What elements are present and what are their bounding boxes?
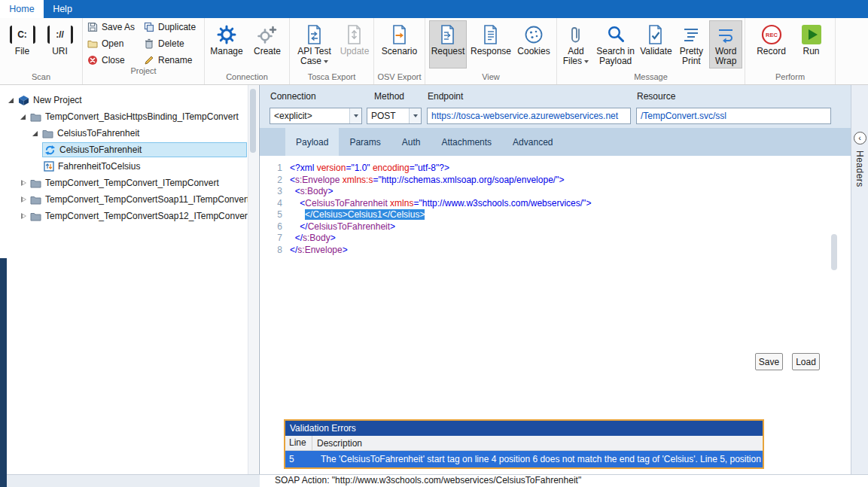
validation-table-header: Line Description bbox=[285, 436, 763, 451]
expander-icon[interactable] bbox=[18, 211, 29, 221]
expander-icon[interactable] bbox=[18, 178, 29, 188]
expander-icon[interactable] bbox=[30, 128, 41, 138]
editor-scrollbar[interactable] bbox=[831, 234, 837, 270]
code-line[interactable]: 5 </Celsius>Celsius1</Celsius> bbox=[260, 209, 851, 221]
tree-item-label: TempConvert_BasicHttpsBinding_ITempConve… bbox=[45, 111, 239, 122]
endpoint-label: Endpoint bbox=[428, 91, 463, 102]
code-text: <CelsiusToFahrenheit xmlns="http://www.w… bbox=[290, 198, 591, 210]
tree-item-binding-soap12[interactable]: TempConvert_TempConvertSoap12_ITempConve… bbox=[0, 208, 259, 224]
tab-help[interactable]: Help bbox=[44, 0, 81, 18]
run-label: Run bbox=[803, 47, 819, 56]
line-number: 1 bbox=[260, 163, 290, 175]
view-request-button[interactable]: Request bbox=[429, 20, 467, 68]
ribbon-group-view: Request Response Cookies View bbox=[425, 18, 557, 84]
ribbon-group-tosca-export: API Test Case Update Tosca Export bbox=[290, 18, 374, 84]
run-button[interactable]: Run bbox=[796, 20, 827, 68]
collapsed-left-rail[interactable] bbox=[0, 258, 7, 487]
save-as-icon bbox=[87, 22, 98, 32]
tab-auth[interactable]: Auth bbox=[391, 128, 431, 156]
column-header-line[interactable]: Line bbox=[285, 436, 312, 450]
view-response-label: Response bbox=[471, 47, 511, 56]
soap-action-text: SOAP Action: "http://www.w3schools.com/w… bbox=[275, 475, 581, 485]
tab-home[interactable]: Home bbox=[0, 0, 44, 18]
save-button[interactable]: Save bbox=[755, 353, 783, 370]
line-number: 4 bbox=[260, 198, 290, 210]
search-in-payload-button[interactable]: Search in Payload bbox=[594, 20, 638, 68]
statusbar-left bbox=[0, 474, 260, 487]
tab-payload[interactable]: Payload bbox=[285, 128, 339, 156]
load-button[interactable]: Load bbox=[792, 353, 820, 370]
delete-button[interactable]: Delete bbox=[144, 38, 196, 49]
code-line[interactable]: 8</s:Envelope> bbox=[260, 245, 851, 257]
record-button[interactable]: REC Record bbox=[754, 20, 790, 68]
method-select[interactable]: POST bbox=[367, 108, 422, 124]
tree-item-binding-soap11[interactable]: TempConvert_TempConvertSoap11_ITempConve… bbox=[0, 191, 259, 208]
endpoint-input[interactable]: https://tosca-webservice.azurewebservice… bbox=[427, 108, 631, 124]
code-line[interactable]: 3 <s:Body> bbox=[260, 186, 851, 198]
expand-headers-button[interactable] bbox=[854, 132, 866, 145]
uri-scan-icon: :// bbox=[47, 26, 73, 44]
view-response-button[interactable]: Response bbox=[470, 20, 512, 68]
endpoint-value: https://tosca-webservice.azurewebservice… bbox=[431, 111, 618, 121]
search-in-payload-label: Search in Payload bbox=[596, 47, 635, 66]
column-header-description[interactable]: Description bbox=[312, 438, 763, 449]
duplicate-button[interactable]: Duplicate bbox=[144, 21, 196, 32]
code-text: <s:Body> bbox=[290, 186, 333, 198]
tree-item-celsiustofahrenheit-request[interactable]: CelsiusToFahrenheit bbox=[0, 142, 259, 158]
close-button[interactable]: Close bbox=[87, 54, 135, 65]
code-line[interactable]: 7 </s:Body> bbox=[260, 233, 851, 245]
tab-advanced[interactable]: Advanced bbox=[502, 128, 563, 156]
validate-button[interactable]: Validate bbox=[638, 20, 673, 68]
create-plus-icon bbox=[257, 23, 278, 47]
view-cookies-button[interactable]: Cookies bbox=[515, 20, 553, 68]
tree-item-celsiustofahrenheit-folder[interactable]: CelsiusToFahrenheit bbox=[0, 125, 259, 142]
group-label-connection: Connection bbox=[205, 72, 289, 84]
word-wrap-button[interactable]: Word Wrap bbox=[709, 20, 742, 68]
tab-params[interactable]: Params bbox=[339, 128, 391, 156]
request-doc-icon bbox=[438, 23, 458, 47]
payload-tab-strip: Payload Params Auth Attachments Advanced bbox=[260, 128, 851, 156]
api-test-case-button[interactable]: API Test Case bbox=[292, 20, 337, 68]
scan-uri-button[interactable]: :// URI bbox=[44, 20, 77, 68]
tree-item-label: TempConvert_TempConvertSoap11_ITempConve… bbox=[45, 194, 249, 205]
tree-item-fahrenheittocelsius[interactable]: FahrenheitToCelsius bbox=[0, 158, 259, 175]
expander-icon[interactable] bbox=[6, 95, 17, 105]
update-button[interactable]: Update bbox=[338, 20, 371, 68]
scan-file-button[interactable]: C: File bbox=[6, 20, 39, 68]
tab-attachments[interactable]: Attachments bbox=[431, 128, 502, 156]
tree-item-label: CelsiusToFahrenheit bbox=[57, 128, 139, 138]
code-line[interactable]: 6 </CelsiusToFahrenheit> bbox=[260, 221, 851, 233]
create-label: Create bbox=[254, 47, 281, 56]
open-button[interactable]: Open bbox=[87, 38, 135, 49]
create-connection-button[interactable]: Create bbox=[248, 20, 286, 68]
headers-panel-label[interactable]: Headers bbox=[854, 151, 865, 187]
tree-item-new-project[interactable]: New Project bbox=[0, 92, 259, 108]
line-number: 3 bbox=[260, 186, 290, 198]
code-line[interactable]: 1<?xml version="1.0" encoding="utf-8"?> bbox=[260, 163, 851, 175]
code-line[interactable]: 2<s:Envelope xmlns:s="http://schemas.xml… bbox=[260, 175, 851, 187]
code-line[interactable]: 4 <CelsiusToFahrenheit xmlns="http://www… bbox=[260, 198, 851, 210]
resource-input[interactable]: /TempConvert.svc/ssl bbox=[636, 108, 831, 124]
open-label: Open bbox=[102, 38, 123, 49]
ribbon-group-osv-export: Scenario OSV Export bbox=[374, 18, 425, 84]
save-as-button[interactable]: Save As bbox=[87, 21, 135, 32]
tree-item-binding-tempconvert[interactable]: TempConvert_TempConvert_ITempConvert bbox=[0, 175, 259, 191]
tree-scrollbar-thumb[interactable] bbox=[250, 89, 256, 153]
api-test-case-label: API Test Case bbox=[297, 46, 330, 66]
code-text: </CelsiusToFahrenheit> bbox=[290, 221, 395, 233]
expander-icon[interactable] bbox=[18, 194, 29, 205]
connection-select[interactable]: <explicit> bbox=[270, 108, 362, 124]
group-label-view: View bbox=[425, 72, 556, 84]
word-wrap-icon bbox=[716, 23, 736, 47]
scenario-button[interactable]: Scenario bbox=[379, 20, 421, 68]
folder-icon bbox=[30, 178, 41, 188]
tree-item-binding-basichttps[interactable]: TempConvert_BasicHttpsBinding_ITempConve… bbox=[0, 108, 259, 125]
manage-connection-button[interactable]: Manage bbox=[208, 20, 245, 68]
validation-error-row[interactable]: 5 The 'CelsiusToFahrenheit' start tag on… bbox=[285, 451, 763, 467]
close-icon bbox=[87, 55, 98, 65]
add-files-button[interactable]: Add Files bbox=[559, 20, 592, 68]
pretty-print-button[interactable]: Pretty Print bbox=[675, 20, 708, 68]
tree-scrollbar[interactable] bbox=[248, 85, 258, 474]
rename-button[interactable]: Rename bbox=[144, 54, 196, 65]
expander-icon[interactable] bbox=[18, 111, 29, 122]
